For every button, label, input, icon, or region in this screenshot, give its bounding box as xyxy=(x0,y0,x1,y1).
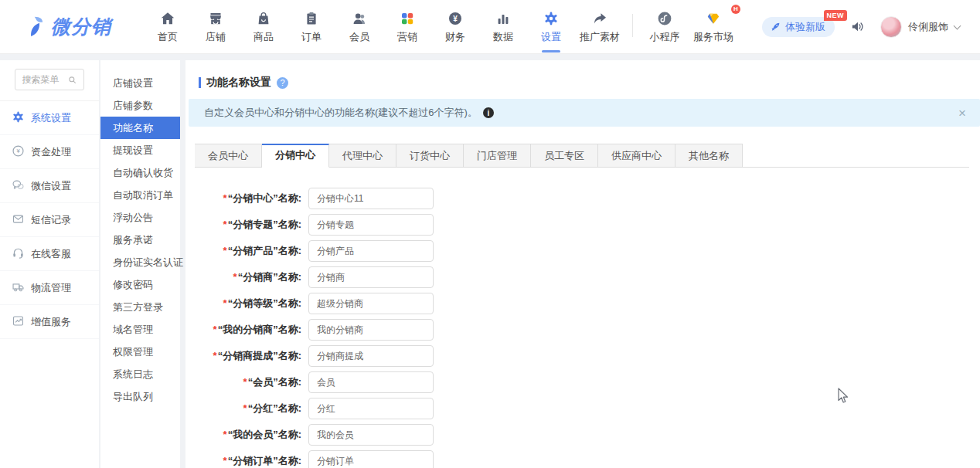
name-input[interactable] xyxy=(308,319,434,341)
help-icon[interactable]: ? xyxy=(277,77,288,89)
name-input[interactable] xyxy=(308,345,434,367)
name-input[interactable] xyxy=(308,424,434,446)
funds-icon: ¥ xyxy=(12,144,25,160)
name-input[interactable] xyxy=(308,266,434,288)
name-input[interactable] xyxy=(308,240,434,262)
required-asterisk: * xyxy=(223,455,227,466)
main-content: 功能名称设置 ? 自定义会员中心和分销中心的功能名称(建议不超过6个字符)。 i… xyxy=(185,60,980,468)
nav-item[interactable]: 推广素材 xyxy=(575,0,624,54)
submenu-list: 店铺设置店铺参数功能名称提现设置自动确认收货自动取消订单浮动公告服务承诺身份证实… xyxy=(100,72,180,408)
name-input[interactable] xyxy=(308,188,434,209)
nav-item[interactable]: 小程序 xyxy=(641,0,689,54)
sidebar-item[interactable]: 短信记录 xyxy=(0,203,99,237)
nav-item[interactable]: ¥ 财务 xyxy=(431,0,479,54)
sidebar-item[interactable]: 系统设置 xyxy=(0,101,99,135)
tab[interactable]: 代理中心 xyxy=(329,144,396,168)
navbar-right: 体验新版 NEW 伶俐服饰 xyxy=(762,16,960,38)
form-label: *“分红”名称: xyxy=(189,402,301,415)
submenu-item[interactable]: 自动取消订单 xyxy=(100,184,180,206)
sidebar-item[interactable]: 增值服务 xyxy=(0,305,99,339)
submenu-item[interactable]: 提现设置 xyxy=(100,139,180,161)
submenu-item[interactable]: 域名管理 xyxy=(100,318,180,341)
submenu-item[interactable]: 服务承诺 xyxy=(100,229,180,251)
sidebar-item[interactable]: 微信设置 xyxy=(0,169,99,203)
sidebar-item[interactable]: 物流管理 xyxy=(0,271,99,305)
required-asterisk: * xyxy=(223,245,227,256)
nav-item-label: 订单 xyxy=(292,30,331,44)
form-label: *“我的会员”名称: xyxy=(189,428,301,442)
page-title: 功能名称设置 ? xyxy=(199,76,980,90)
user-menu[interactable]: 伶俐服饰 xyxy=(880,16,960,38)
required-asterisk: * xyxy=(243,376,247,388)
form-row: *“会员”名称: xyxy=(189,371,980,393)
required-asterisk: * xyxy=(223,192,227,204)
tab[interactable]: 其他名称 xyxy=(675,144,743,168)
title-accent-bar xyxy=(199,77,201,88)
submenu-item[interactable]: 权限管理 xyxy=(100,341,180,363)
search-box[interactable] xyxy=(15,69,84,90)
nav-item[interactable]: 商品 xyxy=(240,0,288,54)
tab[interactable]: 分销中心 xyxy=(262,144,329,168)
nav-item[interactable]: 订单 xyxy=(288,0,335,54)
sidebar-item[interactable]: ¥ 资金处理 xyxy=(0,135,99,169)
sidebar-item[interactable]: 在线客服 xyxy=(0,237,99,271)
name-input[interactable] xyxy=(308,293,434,314)
nav-item[interactable]: H 服务市场 xyxy=(689,0,738,54)
banner-close-icon[interactable]: × xyxy=(958,107,966,120)
tab[interactable]: 供应商中心 xyxy=(598,144,675,168)
required-asterisk: * xyxy=(213,324,217,335)
wechat-icon xyxy=(12,178,25,194)
submenu-item[interactable]: 修改密码 xyxy=(100,273,180,296)
form-row: *“分销专题”名称: xyxy=(189,214,980,236)
logo-leaf-icon xyxy=(26,15,46,39)
nav-item-label: 小程序 xyxy=(645,30,684,44)
submenu-item[interactable]: 浮动公告 xyxy=(100,206,180,229)
submenu-item[interactable]: 身份证实名认证 xyxy=(100,251,180,273)
logo-text: 微分销 xyxy=(51,14,111,39)
sidebar-item-label: 增值服务 xyxy=(31,315,71,329)
info-banner: 自定义会员中心和分销中心的功能名称(建议不超过6个字符)。 i × xyxy=(189,99,980,127)
submenu-item[interactable]: 店铺参数 xyxy=(100,94,180,117)
submenu-item[interactable]: 第三方登录 xyxy=(100,296,180,318)
tab[interactable]: 门店管理 xyxy=(464,144,531,168)
info-icon[interactable]: i xyxy=(483,107,494,118)
form-row: *“分销商提成”名称: xyxy=(189,345,980,367)
tab[interactable]: 会员中心 xyxy=(195,144,262,168)
name-input[interactable] xyxy=(308,371,434,393)
app-logo[interactable]: 微分销 xyxy=(26,14,141,39)
secondary-sidebar: 店铺设置店铺参数功能名称提现设置自动确认收货自动取消订单浮动公告服务承诺身份证实… xyxy=(100,60,180,468)
nav-item[interactable]: 店铺 xyxy=(192,0,240,54)
speaker-icon[interactable] xyxy=(850,19,865,34)
name-input[interactable] xyxy=(308,214,434,236)
tab[interactable]: 员工专区 xyxy=(531,144,598,168)
system-icon xyxy=(12,110,25,126)
form-label: *“分销商提成”名称: xyxy=(189,349,301,363)
form-label: *“分销专题”名称: xyxy=(189,218,301,232)
form-row: *“分红”名称: xyxy=(189,398,980,419)
marketing-icon xyxy=(388,10,427,27)
sidebar-item-label: 短信记录 xyxy=(31,213,71,227)
submenu-item[interactable]: 功能名称 xyxy=(100,117,180,139)
form-label: *“分销商”名称: xyxy=(189,270,301,284)
nav-item[interactable]: 数据 xyxy=(479,0,527,54)
required-asterisk: * xyxy=(243,402,247,414)
submenu-item[interactable]: 系统日志 xyxy=(100,363,180,385)
submenu-item[interactable]: 店铺设置 xyxy=(100,72,180,94)
experience-new-version-button[interactable]: 体验新版 NEW xyxy=(762,17,835,37)
submenu-item[interactable]: 导出队列 xyxy=(100,385,180,408)
nav-item[interactable]: 会员 xyxy=(335,0,383,54)
nav-item[interactable]: 首页 xyxy=(144,0,192,54)
nav-item-label: 数据 xyxy=(484,30,522,44)
name-input[interactable] xyxy=(308,398,434,419)
store-icon xyxy=(196,10,235,27)
tab[interactable]: 订货中心 xyxy=(396,144,464,168)
banner-text: 自定义会员中心和分销中心的功能名称(建议不超过6个字符)。 xyxy=(204,106,478,120)
nav-item[interactable]: 设置 xyxy=(527,0,575,54)
name-input[interactable] xyxy=(308,450,434,468)
settings-icon xyxy=(532,10,570,27)
submenu-item[interactable]: 自动确认收货 xyxy=(100,161,180,184)
nav-item[interactable]: 营销 xyxy=(383,0,431,54)
search-input[interactable] xyxy=(22,74,67,85)
form-row: *“分销商”名称: xyxy=(189,266,980,288)
form-row: *“我的会员”名称: xyxy=(189,424,980,446)
